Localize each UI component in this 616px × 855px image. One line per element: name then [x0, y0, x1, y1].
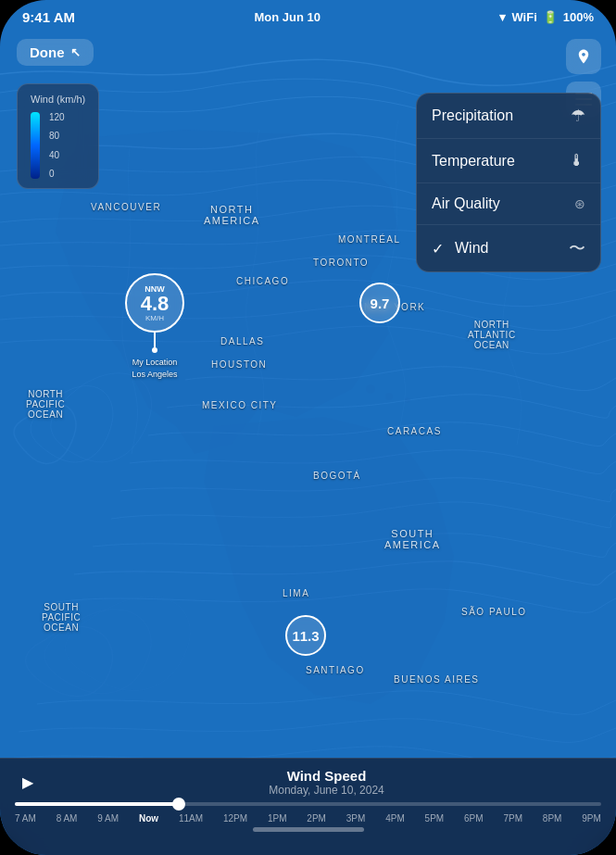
- wind-scale-labels: 120 80 40 0: [49, 112, 65, 179]
- air-quality-label: Air Quality: [432, 195, 500, 212]
- wind-scale-120: 120: [49, 112, 65, 122]
- wind-checkmark: ✓: [432, 240, 444, 258]
- time-now: Now: [139, 813, 158, 824]
- time-8am: 8 AM: [57, 813, 78, 824]
- battery-level: 100%: [563, 10, 594, 24]
- wind-legend: Wind (km/h) 120 80 40 0: [17, 83, 99, 189]
- dropdown-menu: Precipitation ☂ Temperature 🌡 Air Qualit…: [416, 93, 601, 272]
- time-1pm: 1PM: [268, 813, 287, 824]
- speed-value-lima: 11.3: [292, 628, 319, 644]
- time-8pm: 8PM: [543, 813, 562, 824]
- timeline-track[interactable]: [15, 802, 601, 806]
- wind-scale-0: 0: [49, 169, 65, 179]
- dropdown-wind[interactable]: ✓ Wind 〜: [417, 225, 600, 271]
- wifi-strength: WiFi: [511, 10, 536, 24]
- timeline-title-area: Wind Speed Monday, June 10, 2024: [52, 768, 601, 797]
- home-indicator: [253, 827, 364, 832]
- dropdown-air-quality[interactable]: Air Quality ⊛: [417, 183, 600, 225]
- time-9am: 9 AM: [97, 813, 119, 824]
- dropdown-precipitation[interactable]: Precipitation ☂: [417, 94, 600, 139]
- timeline-thumb: [172, 798, 185, 811]
- temperature-icon: 🌡: [569, 151, 585, 170]
- time-9pm: 9PM: [582, 813, 601, 824]
- pin-dot: [152, 347, 157, 353]
- device-frame: 9:41 AM Mon Jun 10 ▾ WiFi 🔋 100% Done ↖: [0, 0, 616, 855]
- battery-icon: 🔋: [543, 10, 558, 24]
- wind-legend-title: Wind (km/h): [31, 94, 85, 105]
- status-right: ▾ WiFi 🔋 100%: [499, 10, 594, 24]
- svg-point-0: [366, 384, 375, 394]
- wind-icon: 〜: [569, 237, 585, 259]
- dropdown-temperature[interactable]: Temperature 🌡: [417, 139, 600, 183]
- wind-gradient-bar: [31, 112, 40, 179]
- time-3pm: 3PM: [346, 813, 366, 824]
- pin-bubble: NNW 4.8 KM/H: [125, 273, 184, 333]
- time-7pm: 7PM: [503, 813, 522, 824]
- time-4pm: 4PM: [385, 813, 405, 824]
- wind-legend-scale: 120 80 40 0: [31, 112, 85, 179]
- temperature-label: Temperature: [432, 153, 515, 170]
- timeline-subtitle: Monday, June 10, 2024: [52, 784, 601, 797]
- wind-scale-40: 40: [49, 150, 65, 160]
- play-button[interactable]: ▶: [15, 770, 41, 796]
- wifi-icon: ▾: [499, 10, 506, 24]
- done-button[interactable]: Done ↖: [17, 39, 94, 66]
- timeline-bar: ▶ Wind Speed Monday, June 10, 2024 7 AM …: [0, 758, 616, 855]
- speed-bubble-lima[interactable]: 11.3: [285, 615, 326, 656]
- speed-circle-lima: 11.3: [285, 615, 326, 656]
- time-2pm: 2PM: [307, 813, 326, 824]
- play-icon: ▶: [22, 773, 33, 791]
- time-11am: 11AM: [179, 813, 203, 824]
- time-6pm: 6PM: [464, 813, 484, 824]
- timeline-title: Wind Speed: [52, 768, 601, 784]
- time-7am: 7 AM: [15, 813, 36, 824]
- wind-scale-80: 80: [49, 131, 65, 141]
- location-icon: [575, 48, 592, 65]
- timeline-top: ▶ Wind Speed Monday, June 10, 2024: [15, 759, 601, 802]
- precipitation-label: Precipitation: [432, 107, 513, 124]
- timeline-labels: 7 AM 8 AM 9 AM Now 11AM 12PM 1PM 2PM 3PM…: [15, 813, 601, 824]
- cursor-icon: ↖: [70, 45, 81, 59]
- location-button[interactable]: [566, 39, 601, 74]
- time-5pm: 5PM: [425, 813, 445, 824]
- status-date: Mon Jun 10: [254, 10, 321, 24]
- speed-value-new-york: 9.7: [371, 295, 390, 311]
- done-label: Done: [30, 44, 65, 60]
- status-time: 9:41 AM: [22, 9, 75, 25]
- pin-stem: [154, 333, 156, 347]
- time-12pm: 12PM: [223, 813, 247, 824]
- speed-circle-new-york: 9.7: [359, 283, 400, 323]
- pin-speed: 4.8: [141, 294, 170, 314]
- wind-label: Wind: [455, 240, 488, 257]
- air-quality-icon: ⊛: [574, 196, 585, 211]
- timeline-progress: [15, 802, 179, 806]
- precipitation-icon: ☂: [571, 106, 585, 126]
- speed-bubble-new-york[interactable]: 9.7: [359, 283, 400, 323]
- svg-point-1: [385, 393, 393, 400]
- pin-unit: KM/H: [145, 314, 164, 322]
- pin-label: My LocationLos Angeles: [132, 357, 177, 380]
- svg-point-2: [405, 397, 410, 403]
- status-bar: 9:41 AM Mon Jun 10 ▾ WiFi 🔋 100%: [0, 0, 616, 33]
- location-pin[interactable]: NNW 4.8 KM/H My LocationLos Angeles: [125, 273, 184, 380]
